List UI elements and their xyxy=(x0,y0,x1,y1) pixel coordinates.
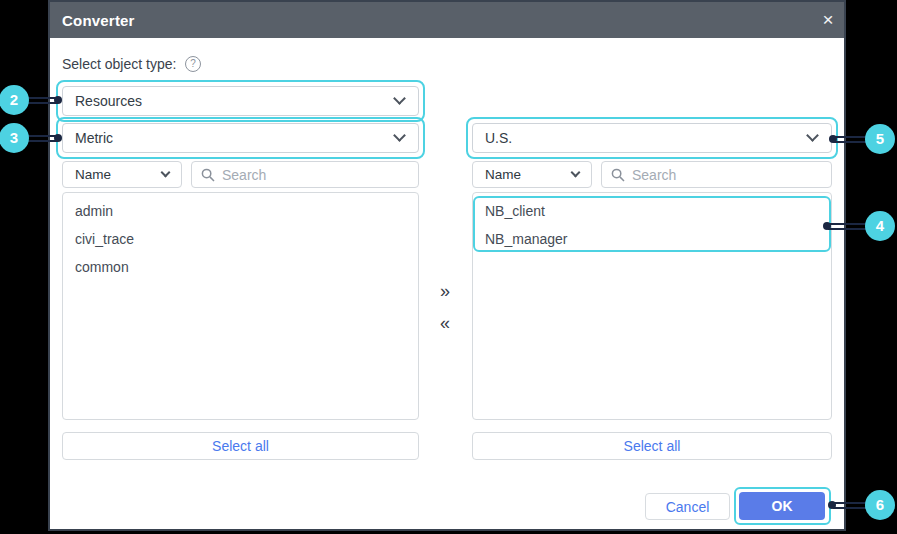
annotation-badge: 6 xyxy=(865,490,895,520)
move-left-button[interactable]: « xyxy=(431,309,459,337)
help-icon[interactable]: ? xyxy=(185,56,201,72)
left-search-box xyxy=(191,161,419,188)
object-type-select[interactable]: Resources xyxy=(62,86,419,116)
annotation-badge: 3 xyxy=(0,123,29,153)
left-subtype-value: Metric xyxy=(75,130,113,146)
list-item[interactable]: common xyxy=(63,253,418,281)
chevron-down-icon xyxy=(161,168,171,178)
list-item[interactable]: civi_trace xyxy=(63,225,418,253)
annotation-badge: 5 xyxy=(865,124,895,154)
list-item[interactable]: NB_manager xyxy=(473,225,831,253)
chevron-down-icon xyxy=(571,168,581,178)
help-glyph: ? xyxy=(190,58,196,69)
search-icon xyxy=(201,168,215,182)
right-subtype-select[interactable]: U.S. xyxy=(472,123,832,153)
search-icon xyxy=(611,168,625,182)
target-list: NB_client NB_manager xyxy=(472,192,832,420)
cancel-button[interactable]: Cancel xyxy=(645,493,730,520)
left-subtype-select[interactable]: Metric xyxy=(62,123,419,153)
object-type-label: Select object type: xyxy=(62,56,176,72)
object-type-value: Resources xyxy=(75,93,142,109)
right-sort-select[interactable]: Name xyxy=(472,161,592,188)
ok-button[interactable]: OK xyxy=(739,492,825,520)
right-search-box xyxy=(601,161,832,188)
source-list: admin civi_trace common xyxy=(62,192,419,420)
close-icon[interactable]: × xyxy=(816,8,840,32)
list-item[interactable]: admin xyxy=(63,197,418,225)
left-select-all-button[interactable]: Select all xyxy=(62,432,419,460)
annotation-badge: 4 xyxy=(865,211,895,241)
right-sort-value: Name xyxy=(485,167,521,182)
right-select-all-button[interactable]: Select all xyxy=(472,432,832,460)
left-sort-select[interactable]: Name xyxy=(62,161,182,188)
left-search-input[interactable] xyxy=(222,167,409,183)
right-search-input[interactable] xyxy=(632,167,822,183)
dialog-header: Converter xyxy=(50,2,844,38)
chevron-down-icon xyxy=(393,129,406,142)
chevron-down-icon xyxy=(393,92,406,105)
left-sort-value: Name xyxy=(75,167,111,182)
move-right-button[interactable]: » xyxy=(431,277,459,305)
annotation-badge: 2 xyxy=(0,85,29,115)
list-item[interactable]: NB_client xyxy=(473,197,831,225)
chevron-down-icon xyxy=(806,129,819,142)
dialog-title: Converter xyxy=(62,12,135,29)
screen: Converter × Select object type: ? Resour… xyxy=(0,0,897,534)
right-subtype-value: U.S. xyxy=(485,130,512,146)
